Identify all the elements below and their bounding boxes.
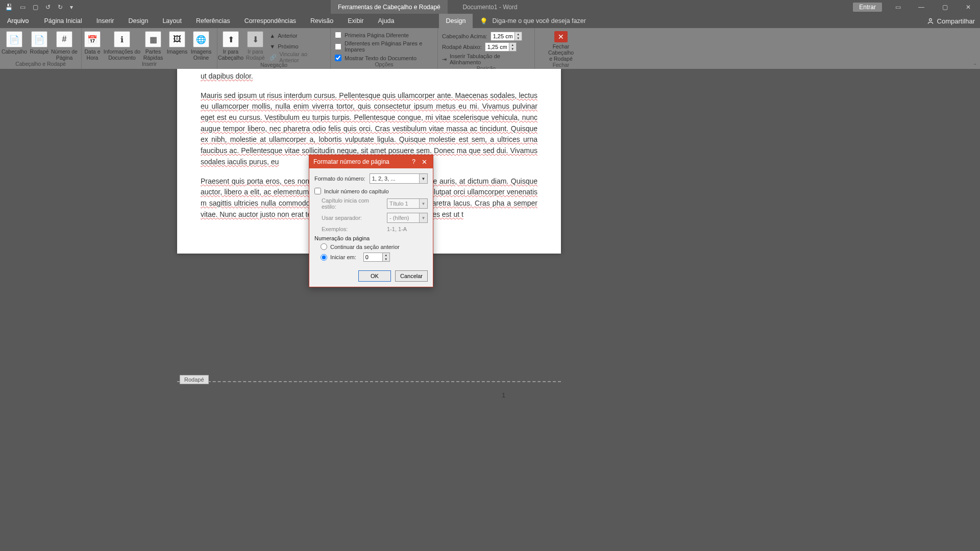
document-area: ut dapibus dolor. Mauris sed ipsum ut ri… bbox=[0, 69, 980, 551]
show-doc-text-checkbox[interactable]: Mostrar Texto do Documento bbox=[335, 55, 432, 61]
tab-view[interactable]: Exibir bbox=[340, 14, 371, 28]
footer-from-bottom-label: Rodapé Abaixo: bbox=[442, 44, 482, 50]
footer-from-bottom-input[interactable]: ▲▼ bbox=[485, 42, 517, 52]
tab-layout[interactable]: Layout bbox=[155, 14, 189, 28]
close-window-button[interactable]: ✕ bbox=[957, 0, 980, 14]
page-numbering-section: Numeração da página bbox=[314, 235, 428, 241]
group-insert-label: Inserir bbox=[82, 61, 217, 69]
context-tab-header: Ferramentas de Cabeçalho e Rodapé bbox=[331, 0, 448, 14]
continue-radio[interactable]: Continuar da seção anterior bbox=[314, 243, 428, 250]
online-pictures-button[interactable]: 🌐Imagens Online bbox=[189, 29, 213, 61]
footer-divider bbox=[177, 381, 561, 382]
start-at-input[interactable]: ▲▼ bbox=[363, 253, 390, 262]
number-format-combo[interactable]: 1, 2, 3, ... ▼ bbox=[370, 173, 428, 184]
insert-alignment-tab-button[interactable]: ⇥Inserir Tabulação de Alinhamento bbox=[442, 53, 530, 65]
number-format-label: Formato do número: bbox=[314, 176, 365, 182]
qat-undo-icon[interactable]: ↺ bbox=[45, 4, 51, 11]
group-close-label: Fechar bbox=[535, 62, 587, 69]
svg-point-0 bbox=[929, 18, 932, 21]
page-number-button[interactable]: #Número de Página bbox=[50, 29, 79, 61]
tab-help[interactable]: Ajuda bbox=[371, 14, 402, 28]
dialog-help-icon[interactable]: ? bbox=[412, 158, 415, 165]
tab-references[interactable]: Referências bbox=[189, 14, 237, 28]
tab-review[interactable]: Revisão bbox=[303, 14, 340, 28]
ribbon-options-icon[interactable]: ▭ bbox=[886, 0, 910, 14]
footer-region-label: Rodapé bbox=[180, 375, 209, 384]
down-arrow-icon: ▼ bbox=[270, 43, 275, 49]
ribbon-tabs: Arquivo Página Inicial Inserir Design La… bbox=[0, 14, 980, 28]
cancel-button[interactable]: Cancelar bbox=[395, 270, 428, 282]
collapse-ribbon-icon[interactable]: ⌃ bbox=[973, 63, 977, 68]
qat-redo-icon[interactable]: ↻ bbox=[58, 4, 63, 11]
dialog-title-bar[interactable]: Formatar número de página ? ✕ bbox=[309, 155, 433, 168]
qat-save-icon[interactable]: 💾 bbox=[5, 4, 13, 11]
tab-design[interactable]: Design bbox=[121, 14, 155, 28]
header-from-top-label: Cabeçalho Acima: bbox=[442, 33, 487, 39]
doc-info-button[interactable]: ℹInformações do Documento bbox=[103, 29, 141, 61]
footer-button[interactable]: 📄Rodapé bbox=[29, 29, 50, 55]
close-header-footer-button[interactable]: ✕ Fechar Cabeçalho e Rodapé bbox=[535, 29, 587, 62]
tab-insert[interactable]: Inserir bbox=[89, 14, 121, 28]
header-from-top-input[interactable]: ▲▼ bbox=[491, 32, 522, 41]
start-at-radio[interactable]: Iniciar em: ▲▼ bbox=[314, 253, 428, 262]
chapter-style-label: Capítulo inicia com estilo: bbox=[322, 197, 383, 210]
group-options-label: Opções bbox=[331, 61, 437, 69]
pictures-button[interactable]: 🖼Imagens bbox=[165, 29, 189, 55]
goto-footer-button[interactable]: ⬇Ir para Rodapé bbox=[244, 29, 266, 61]
signin-button[interactable]: Entrar bbox=[853, 3, 882, 12]
dialog-title: Formatar número de página bbox=[313, 158, 389, 165]
separator-label: Usar separador: bbox=[322, 215, 383, 221]
page-number: 1 bbox=[502, 391, 505, 399]
date-time-button[interactable]: 📅Data e Hora bbox=[82, 29, 103, 61]
include-chapter-checkbox[interactable]: Incluir número do capítulo bbox=[314, 188, 428, 194]
close-icon: ✕ bbox=[554, 31, 568, 42]
first-page-different-checkbox[interactable]: Primeira Página Diferente bbox=[335, 32, 432, 38]
up-arrow-icon: ▲ bbox=[270, 33, 275, 39]
tab-hf-design[interactable]: Design bbox=[439, 14, 473, 28]
share-button[interactable]: Compartilhar bbox=[927, 14, 975, 28]
chevron-down-icon: ▼ bbox=[419, 174, 427, 183]
link-previous-button[interactable]: 🔗Vincular ao Anterior bbox=[270, 53, 326, 62]
maximize-button[interactable]: ▢ bbox=[933, 0, 957, 14]
tab-file[interactable]: Arquivo bbox=[0, 14, 37, 28]
qat-open-icon[interactable]: ▢ bbox=[33, 4, 38, 11]
odd-even-different-checkbox[interactable]: Diferentes em Páginas Pares e Ímpares bbox=[335, 40, 432, 53]
tellme-input[interactable]: Diga-me o que você deseja fazer bbox=[492, 17, 585, 24]
format-page-number-dialog: Formatar número de página ? ✕ Formato do… bbox=[309, 155, 433, 287]
quick-parts-button[interactable]: ▦Partes Rápidas bbox=[141, 29, 165, 61]
link-icon: 🔗 bbox=[270, 54, 277, 61]
ribbon: 📄Cabeçalho 📄Rodapé #Número de Página Cab… bbox=[0, 28, 980, 69]
dialog-close-icon[interactable]: ✕ bbox=[419, 158, 430, 166]
chapter-style-combo: Título 1▼ bbox=[387, 198, 428, 209]
next-button[interactable]: ▼Próximo bbox=[270, 42, 326, 51]
doc-title: Documento1 - Word bbox=[462, 4, 517, 11]
lightbulb-icon: 💡 bbox=[480, 17, 488, 25]
tab-mailings[interactable]: Correspondências bbox=[237, 14, 303, 28]
minimize-button[interactable]: — bbox=[910, 0, 933, 14]
tab-icon: ⇥ bbox=[442, 56, 447, 63]
qat-more-icon[interactable]: ▾ bbox=[70, 4, 73, 11]
header-button[interactable]: 📄Cabeçalho bbox=[0, 29, 29, 55]
titlebar: 💾 ▭ ▢ ↺ ↻ ▾ Documento1 - Word Ferramenta… bbox=[0, 0, 980, 14]
goto-header-button[interactable]: ⬆Ir para Cabeçalho bbox=[217, 29, 244, 61]
qat-new-icon[interactable]: ▭ bbox=[20, 4, 26, 11]
group-header-footer-label: Cabeçalho e Rodapé bbox=[0, 61, 81, 69]
examples-label: Exemplos: bbox=[322, 226, 383, 232]
tab-home[interactable]: Página Inicial bbox=[37, 14, 89, 28]
examples-value: 1-1, 1-A bbox=[387, 226, 407, 232]
ok-button[interactable]: OK bbox=[358, 270, 391, 282]
separator-combo: - (hífen)▼ bbox=[387, 213, 428, 223]
previous-button[interactable]: ▲Anterior bbox=[270, 31, 326, 40]
